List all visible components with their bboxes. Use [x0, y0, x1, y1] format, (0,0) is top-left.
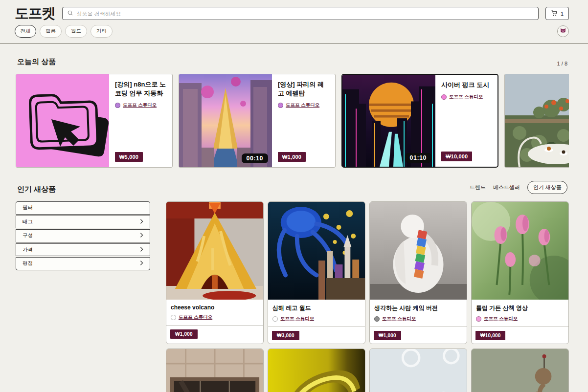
search-input[interactable] — [77, 11, 534, 17]
filter-header-label: 필터 — [23, 204, 33, 211]
seller-row: 도프프 스튜디오 — [374, 316, 462, 322]
product-title: 사이버 펑크 도시 — [441, 81, 489, 89]
featured-section-title: 오늘의 상품 — [17, 57, 56, 66]
cart-icon — [551, 10, 558, 18]
price-badge: ₩1,000 — [374, 331, 401, 340]
filter-group-price[interactable]: 가격 — [16, 243, 150, 257]
product-image-beach-scene — [370, 349, 467, 392]
seller-link[interactable]: 도프프 스튜디오 — [280, 316, 314, 322]
category-chips: 전체 필름 월드 기타 — [15, 25, 113, 38]
chip-world[interactable]: 월드 — [65, 25, 87, 38]
price-badge: ₩3,000 — [272, 331, 299, 340]
seller-link[interactable]: 도프프 스튜디오 — [286, 102, 319, 109]
filter-header: 필터 — [16, 201, 150, 215]
product-card[interactable] — [471, 348, 569, 392]
header: 도프켓 1 전체 필름 월드 기타 — [0, 0, 588, 43]
price-badge: ₩10,000 — [475, 331, 505, 340]
price-badge: ₩5,000 — [115, 152, 143, 162]
product-title: [영상] 파리의 레고 에펠탑 — [278, 80, 329, 98]
filter-group-rating[interactable]: 평점 — [16, 257, 150, 270]
seller-link[interactable]: 도프프 스튜디오 — [179, 314, 212, 321]
seller-row: 도프프 스튜디오 — [441, 94, 483, 100]
chevron-right-icon — [140, 247, 143, 253]
product-card[interactable]: 튤립 가든 산책 영상 도프프 스튜디오 ₩10,000 — [471, 201, 569, 344]
seller-avatar — [476, 316, 481, 322]
carousel-pagination: 1 / 8 — [557, 61, 567, 66]
product-card[interactable] — [166, 348, 264, 392]
seller-avatar — [171, 315, 176, 320]
filter-group-label: 평점 — [23, 260, 33, 267]
product-image-cheese-volcano — [166, 202, 263, 300]
product-title: [강의] n8n으로 노코딩 업무 자동화 — [115, 80, 166, 98]
seller-avatar — [374, 316, 380, 322]
product-title: 생각하는 사람 케잌 버전 — [374, 304, 462, 312]
featured-carousel: [강의] n8n으로 노코딩 업무 자동화 도프프 스튜디오 ₩5,000 — [16, 74, 569, 168]
logo[interactable]: 도프켓 — [15, 6, 55, 21]
tab-bestseller[interactable]: 베스트셀러 — [493, 184, 520, 191]
price-badge: ₩10,000 — [441, 152, 472, 161]
filter-group-composition[interactable]: 구성 — [16, 229, 150, 242]
seller-link[interactable]: 도프프 스튜디오 — [484, 316, 518, 322]
popular-tabs: 트렌드 베스트셀러 인기 새상품 — [470, 181, 567, 194]
product-grid: cheese volcano 도프프 스튜디오 ₩1,000 — [166, 201, 569, 392]
product-image-tulip-garden — [472, 202, 568, 300]
seller-row: 도프프 스튜디오 — [278, 102, 319, 109]
product-image-lego-paris: 00:10 — [179, 74, 272, 167]
seller-avatar — [441, 94, 447, 100]
filter-group-label: 태그 — [23, 218, 33, 225]
product-card[interactable] — [268, 348, 365, 392]
product-card[interactable]: 생각하는 사람 케잌 버전 도프프 스튜디오 ₩1,000 — [369, 201, 467, 344]
tab-trend[interactable]: 트렌드 — [470, 184, 486, 191]
seller-row: 도프프 스튜디오 — [272, 316, 361, 322]
featured-card[interactable]: [강의] n8n으로 노코딩 업무 자동화 도프프 스튜디오 ₩5,000 — [16, 74, 173, 168]
product-image-deep-sea-lego — [268, 202, 365, 300]
cat-face-icon — [559, 26, 567, 36]
featured-card-highlighted[interactable]: 01:10 사이버 펑크 도시 도프프 스튜디오 ₩10,000 — [341, 74, 498, 168]
seller-avatar — [278, 103, 283, 108]
seller-row: 도프프 스튜디오 — [115, 102, 157, 109]
filter-group-label: 구성 — [23, 232, 33, 239]
seller-link[interactable]: 도프프 스튜디오 — [123, 102, 157, 109]
product-title: cheese volcano — [171, 304, 259, 311]
chevron-right-icon — [140, 261, 143, 266]
price-badge: ₩1,000 — [170, 329, 198, 339]
video-duration-badge: 01:10 — [405, 153, 431, 163]
popular-section: 인기 새상품 트렌드 베스트셀러 인기 새상품 필터 태그 — [16, 181, 569, 392]
chevron-right-icon — [140, 219, 143, 225]
popular-section-title: 인기 새상품 — [17, 185, 56, 194]
search-icon — [67, 9, 73, 18]
product-title: 튤립 가든 산책 영상 — [476, 304, 564, 312]
featured-card[interactable]: 00:10 [영상] 파리의 레고 에펠탑 도프프 스튜디오 ₩1,000 — [179, 74, 336, 168]
filter-panel: 필터 태그 구성 가격 — [16, 201, 150, 270]
main-content: 오늘의 상품 1 / 8 [강 — [0, 57, 588, 392]
product-card[interactable]: cheese volcano 도프프 스튜디오 ₩1,000 — [166, 201, 264, 344]
product-card[interactable] — [369, 348, 467, 392]
product-image-yellow-lamp — [268, 349, 365, 392]
chevron-right-icon — [140, 233, 143, 239]
product-image-clothing-store — [166, 349, 263, 392]
product-image-terrace-cafe — [505, 74, 569, 167]
chip-film[interactable]: 필름 — [40, 25, 62, 38]
seller-row: 도프프 스튜디오 — [171, 314, 259, 321]
search-box — [62, 7, 539, 20]
price-badge: ₩1,000 — [278, 152, 306, 162]
chip-etc[interactable]: 기타 — [90, 25, 113, 38]
product-image-folder-cursor — [16, 74, 109, 167]
seller-link[interactable]: 도프프 스튜디오 — [382, 316, 416, 322]
tab-popular-new[interactable]: 인기 새상품 — [527, 181, 567, 194]
product-title: 심해 레고 월드 — [272, 304, 361, 312]
profile-avatar[interactable] — [557, 25, 569, 37]
featured-section: 오늘의 상품 1 / 8 [강 — [16, 57, 569, 168]
cart-button[interactable]: 1 — [545, 7, 569, 20]
filter-group-tags[interactable]: 태그 — [16, 216, 150, 229]
header-divider — [0, 43, 588, 44]
product-card[interactable]: 심해 레고 월드 도프프 스튜디오 ₩3,000 — [268, 201, 365, 344]
filter-group-label: 가격 — [23, 246, 33, 253]
seller-row: 도프프 스튜디오 — [476, 316, 564, 322]
product-image-stone-statue — [472, 349, 568, 392]
seller-avatar — [115, 103, 120, 108]
featured-card[interactable] — [504, 74, 569, 168]
chip-all[interactable]: 전체 — [15, 25, 36, 38]
seller-link[interactable]: 도프프 스튜디오 — [449, 94, 483, 100]
cart-count: 1 — [561, 11, 564, 17]
